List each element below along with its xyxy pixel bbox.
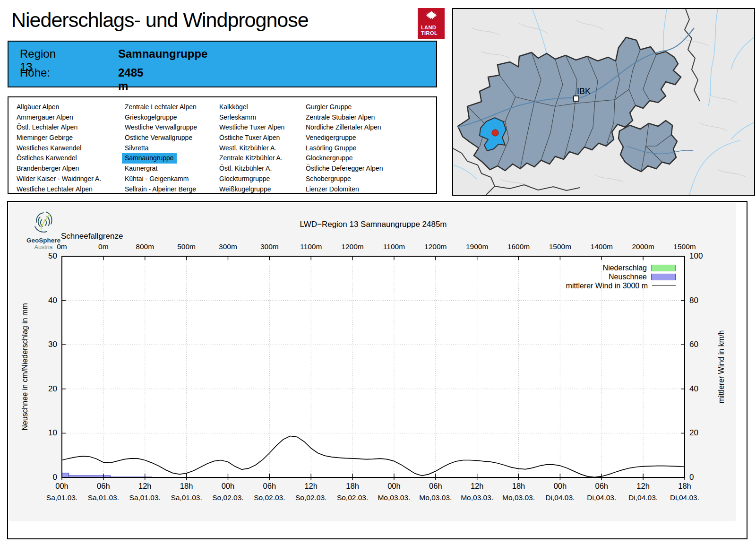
region-list-item-label[interactable]: Zentrale Kitzbühler A. bbox=[219, 154, 283, 162]
region-list-item[interactable]: Zentrale Stubaier Alpen bbox=[306, 112, 383, 123]
region-list-item[interactable]: Serleskamm bbox=[219, 112, 284, 123]
region-list-item-label[interactable]: Zentrale Stubaier Alpen bbox=[306, 113, 375, 121]
region-list-item[interactable]: Zentrale Kitzbühler A. bbox=[219, 153, 284, 164]
region-list-item-label[interactable]: Zentrale Lechtaler Alpen bbox=[125, 103, 197, 111]
snowline-value: 300m bbox=[260, 242, 279, 251]
region-list-item[interactable]: Glocknergruppe bbox=[306, 153, 383, 164]
region-list-item-label[interactable]: Mieminger Gebirge bbox=[17, 134, 73, 141]
region-list-item[interactable]: Brandenberger Alpen bbox=[17, 164, 101, 174]
region-list-item[interactable]: Samnaungruppe bbox=[125, 153, 197, 164]
region-list-item-label[interactable]: Östliche Verwallgruppe bbox=[125, 134, 192, 141]
region-list-item-label[interactable]: Lasörling Gruppe bbox=[306, 144, 356, 152]
region-list-item[interactable]: Schobergruppe bbox=[306, 174, 383, 184]
region-list-item-label[interactable]: Östliches Karwendel bbox=[17, 154, 77, 162]
region-list-item[interactable]: Venedigergruppe bbox=[306, 133, 383, 143]
region-list-item[interactable]: Kalkkögel bbox=[219, 102, 284, 112]
region-list-item-label[interactable]: Weißkugelgruppe bbox=[219, 185, 271, 193]
region-list-item-label[interactable]: Ammergauer Alpen bbox=[17, 113, 73, 121]
region-header-box: Region 13 Samnaungruppe Höhe: 2485 m bbox=[8, 41, 437, 87]
region-list-item[interactable]: Östl. Lechtaler Alpen bbox=[17, 122, 101, 133]
region-list-item-label[interactable]: Sellrain - Alpeiner Berge bbox=[125, 185, 196, 193]
region-list-item[interactable]: Westliche Lechtaler Alpen bbox=[17, 184, 101, 195]
x-tick-time-label: 12h bbox=[471, 482, 484, 491]
y-left-tick-label: 10 bbox=[35, 428, 57, 438]
snowline-value: 1600m bbox=[507, 242, 530, 251]
region-list-item[interactable]: Östliches Karwendel bbox=[17, 153, 101, 164]
x-tick-date-label: So,02.03. bbox=[337, 493, 368, 502]
region-list-item[interactable]: Kühtai - Geigenkamm bbox=[125, 174, 197, 184]
region-list-item-label[interactable]: Venedigergruppe bbox=[306, 134, 356, 141]
region-list-item-label[interactable]: Gurgler Gruppe bbox=[306, 103, 352, 111]
region-list-item-label[interactable]: Grieskogelgruppe bbox=[125, 113, 177, 121]
region-list-item-label[interactable]: Westliche Lechtaler Alpen bbox=[17, 185, 93, 193]
region-list-item[interactable]: Weißkugelgruppe bbox=[219, 184, 284, 195]
region-list-item[interactable]: Östliche Deferegger Alpen bbox=[306, 164, 383, 174]
region-list-item-label[interactable]: Westliche Tuxer Alpen bbox=[219, 123, 284, 131]
x-tick-time-label: 12h bbox=[138, 482, 152, 491]
region-list-item[interactable]: Westliche Verwallgruppe bbox=[125, 122, 197, 133]
region-list-item-label[interactable]: Östl. Lechtaler Alpen bbox=[17, 123, 77, 131]
region-list-item-label[interactable]: Glockturmgruppe bbox=[219, 175, 270, 182]
region-list-item-label[interactable]: Brandenberger Alpen bbox=[17, 164, 79, 172]
region-list-item-label[interactable]: Kühtai - Geigenkamm bbox=[125, 175, 189, 182]
region-list-item[interactable]: Glockturmgruppe bbox=[219, 174, 284, 184]
region-list-item[interactable]: Kaunergrat bbox=[125, 164, 197, 174]
region-list-item[interactable]: Allgäuer Alpen bbox=[17, 102, 101, 112]
region-list-item-label[interactable]: Wilder Kaiser - Waidringer A. bbox=[17, 175, 101, 182]
station-marker-dot bbox=[492, 130, 498, 136]
region-list-item-label[interactable]: Östl. Kitzbühler A. bbox=[219, 164, 272, 172]
region-list-item[interactable]: Sellrain - Alpeiner Berge bbox=[125, 184, 197, 195]
region-list-item[interactable]: Östliche Tuxer Alpen bbox=[219, 133, 284, 143]
x-tick-time-label: 00h bbox=[554, 482, 567, 491]
region-list-item-label[interactable]: Westliche Verwallgruppe bbox=[125, 123, 197, 131]
region-list-item-label[interactable]: Allgäuer Alpen bbox=[17, 103, 59, 111]
snowline-value: 1500m bbox=[549, 242, 571, 251]
region-list-item[interactable]: Westliches Karwendel bbox=[17, 143, 101, 154]
region-list-item-label[interactable]: Östliche Tuxer Alpen bbox=[219, 134, 280, 141]
region-list-item[interactable]: Westliche Tuxer Alpen bbox=[219, 122, 284, 133]
tirol-region-map[interactable]: IBK bbox=[452, 8, 755, 196]
region-list-item-label[interactable]: Östliche Deferegger Alpen bbox=[306, 164, 383, 172]
x-tick-time-label: 18h bbox=[180, 482, 193, 491]
region-list-item-label[interactable]: Glocknergruppe bbox=[306, 154, 353, 162]
snowline-value: 1900m bbox=[466, 242, 488, 251]
snowline-value: 1200m bbox=[424, 242, 447, 251]
x-tick-date-label: Di,04.03. bbox=[628, 493, 658, 502]
snowline-value: 800m bbox=[136, 242, 154, 251]
region-list-item-label[interactable]: Kaunergrat bbox=[125, 164, 157, 172]
region-list-item[interactable]: Gurgler Gruppe bbox=[306, 102, 383, 112]
region-list-column: Gurgler GruppeZentrale Stubaier AlpenNör… bbox=[306, 102, 383, 194]
region-list-item-selected[interactable]: Samnaungruppe bbox=[122, 153, 177, 164]
region-list-item[interactable]: Westl. Kitzbühler A. bbox=[219, 143, 284, 154]
region-list-item-label[interactable]: Westliches Karwendel bbox=[17, 144, 81, 152]
region-list-item-label[interactable]: Silvretta bbox=[125, 144, 149, 152]
x-tick-time-label: 00h bbox=[222, 482, 235, 491]
x-tick-time-label: 06h bbox=[263, 482, 276, 491]
region-list-item[interactable]: Lienzer Dolomiten bbox=[306, 184, 383, 195]
snowline-value: 300m bbox=[219, 242, 237, 251]
region-list-item-label[interactable]: Serleskamm bbox=[219, 113, 256, 121]
snowline-value: 1400m bbox=[591, 242, 613, 251]
x-tick-date-label: Sa,01.03. bbox=[171, 493, 202, 502]
region-list-item[interactable]: Östl. Kitzbühler A. bbox=[219, 164, 284, 174]
region-list-item[interactable]: Grieskogelgruppe bbox=[125, 112, 197, 123]
region-list-item[interactable]: Wilder Kaiser - Waidringer A. bbox=[17, 174, 101, 184]
y-left-tick-label: 50 bbox=[35, 251, 57, 261]
region-list-item-label[interactable]: Schobergruppe bbox=[306, 175, 351, 182]
x-tick-time-label: 18h bbox=[346, 482, 359, 491]
region-list-item-label[interactable]: Westl. Kitzbühler A. bbox=[219, 144, 276, 152]
region-list-item-label[interactable]: Lienzer Dolomiten bbox=[306, 185, 359, 193]
region-list-item[interactable]: Nördliche Zillertaler Alpen bbox=[306, 122, 383, 133]
region-list-item[interactable]: Zentrale Lechtaler Alpen bbox=[125, 102, 197, 112]
region-list-item[interactable]: Mieminger Gebirge bbox=[17, 133, 101, 143]
snowline-value: 0m bbox=[98, 242, 109, 251]
region-list-item[interactable]: Östliche Verwallgruppe bbox=[125, 133, 197, 143]
region-list-item-label[interactable]: Nördliche Zillertaler Alpen bbox=[306, 123, 381, 131]
region-list-item[interactable]: Ammergauer Alpen bbox=[17, 112, 101, 123]
legend-swatch-line bbox=[652, 285, 676, 286]
region-list-item[interactable]: Lasörling Gruppe bbox=[306, 143, 383, 154]
x-tick-time-label: 06h bbox=[97, 482, 110, 491]
region-list-column: Zentrale Lechtaler AlpenGrieskogelgruppe… bbox=[125, 102, 197, 194]
region-list-item[interactable]: Silvretta bbox=[125, 143, 197, 154]
region-list-item-label[interactable]: Kalkkögel bbox=[219, 103, 248, 111]
